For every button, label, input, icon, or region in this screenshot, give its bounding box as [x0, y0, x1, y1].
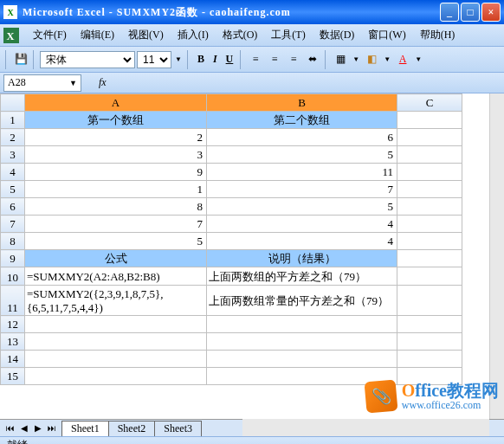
cell[interactable] — [397, 112, 462, 129]
close-button[interactable]: × — [481, 3, 501, 22]
menu-data[interactable]: 数据(D) — [313, 26, 362, 44]
align-right-icon[interactable]: ≡ — [285, 51, 302, 68]
align-left-icon[interactable]: ≡ — [247, 51, 264, 68]
italic-button[interactable]: I — [210, 51, 221, 68]
cell[interactable]: 1 — [25, 181, 207, 198]
tab-next-icon[interactable]: ▶ — [31, 423, 45, 433]
cell[interactable] — [397, 333, 462, 351]
cell[interactable]: 上面两数组常量的平方差之和（79） — [207, 286, 397, 316]
cell[interactable] — [397, 198, 462, 216]
cell[interactable]: 6 — [207, 129, 397, 146]
menu-window[interactable]: 窗口(W) — [361, 26, 412, 44]
cell[interactable] — [397, 146, 462, 164]
cell[interactable]: 3 — [25, 146, 207, 164]
row-header[interactable]: 3 — [1, 146, 25, 164]
cell[interactable]: =SUMXMY2(A2:A8,B2:B8) — [25, 267, 207, 286]
tab-last-icon[interactable]: ⏭ — [45, 423, 59, 433]
align-center-icon[interactable]: ≡ — [266, 51, 283, 68]
cell[interactable] — [397, 250, 462, 267]
menu-help[interactable]: 帮助(H) — [413, 26, 462, 44]
col-header-c[interactable]: C — [397, 94, 462, 112]
fx-button[interactable]: fx — [99, 76, 107, 89]
cell[interactable]: 4 — [207, 216, 397, 233]
font-name-select[interactable]: 宋体 — [40, 51, 135, 68]
fill-color-icon[interactable]: ◧ — [363, 51, 380, 68]
row-header[interactable]: 4 — [1, 164, 25, 181]
cell[interactable] — [25, 368, 207, 385]
cell[interactable]: 5 — [25, 233, 207, 250]
row-header[interactable]: 2 — [1, 129, 25, 146]
cell[interactable]: 7 — [207, 181, 397, 198]
sheet-tab-1[interactable]: Sheet1 — [61, 421, 109, 436]
cell[interactable] — [207, 333, 397, 351]
vertical-scrollbar[interactable] — [489, 93, 504, 419]
row-header[interactable]: 15 — [1, 368, 25, 385]
row-header[interactable]: 9 — [1, 250, 25, 267]
cell[interactable]: 11 — [207, 164, 397, 181]
cell[interactable]: 5 — [207, 198, 397, 216]
cell[interactable] — [397, 267, 462, 286]
name-box[interactable]: A28▼ — [3, 74, 81, 92]
save-icon[interactable]: 💾 — [12, 51, 29, 68]
menu-format[interactable]: 格式(O) — [216, 26, 265, 44]
row-header[interactable]: 6 — [1, 198, 25, 216]
menu-view[interactable]: 视图(V) — [121, 26, 171, 44]
row-header[interactable]: 8 — [1, 233, 25, 250]
cell[interactable] — [397, 181, 462, 198]
row-header[interactable]: 5 — [1, 181, 25, 198]
cell[interactable] — [397, 233, 462, 250]
menu-edit[interactable]: 编辑(E) — [74, 26, 121, 44]
spreadsheet-grid[interactable]: A B C 1第一个数组第二个数组 226 335 4911 517 685 7… — [0, 93, 462, 385]
maximize-button[interactable]: □ — [461, 3, 480, 22]
cell[interactable]: 公式 — [25, 250, 207, 267]
bold-button[interactable]: B — [194, 51, 208, 68]
row-header[interactable]: 12 — [1, 316, 25, 333]
col-header-b[interactable]: B — [207, 94, 397, 112]
menu-insert[interactable]: 插入(I) — [171, 26, 216, 44]
row-header[interactable]: 11 — [1, 286, 25, 316]
cell[interactable]: 说明（结果） — [207, 250, 397, 267]
cell[interactable]: 8 — [25, 198, 207, 216]
font-size-select[interactable]: 11 — [137, 51, 171, 68]
cell[interactable]: 9 — [25, 164, 207, 181]
cell[interactable]: 第二个数组 — [207, 112, 397, 129]
col-header-a[interactable]: A — [25, 94, 207, 112]
tab-first-icon[interactable]: ⏮ — [3, 423, 17, 433]
cell[interactable]: 5 — [207, 146, 397, 164]
select-all-corner[interactable] — [1, 94, 25, 112]
cell[interactable] — [397, 164, 462, 181]
cell[interactable] — [207, 316, 397, 333]
row-header[interactable]: 1 — [1, 112, 25, 129]
cell[interactable]: 上面两数组的平方差之和（79） — [207, 267, 397, 286]
row-header[interactable]: 13 — [1, 333, 25, 351]
minimize-button[interactable]: _ — [440, 3, 459, 22]
cell[interactable] — [397, 316, 462, 333]
underline-button[interactable]: U — [223, 51, 237, 68]
cell[interactable]: 4 — [207, 233, 397, 250]
horizontal-scrollbar[interactable] — [242, 419, 489, 436]
cell[interactable] — [397, 286, 462, 316]
borders-icon[interactable]: ▦ — [332, 51, 349, 68]
cell[interactable] — [397, 129, 462, 146]
font-color-icon[interactable]: A — [394, 51, 411, 68]
cell[interactable]: 7 — [25, 216, 207, 233]
cell[interactable]: 2 — [25, 129, 207, 146]
cell[interactable] — [397, 351, 462, 368]
cell[interactable] — [25, 351, 207, 368]
row-header[interactable]: 14 — [1, 351, 25, 368]
cell[interactable]: 第一个数组 — [25, 112, 207, 129]
cell[interactable] — [25, 333, 207, 351]
row-header[interactable]: 10 — [1, 267, 25, 286]
row-header[interactable]: 7 — [1, 216, 25, 233]
menu-tools[interactable]: 工具(T) — [264, 26, 312, 44]
tab-prev-icon[interactable]: ◀ — [17, 423, 31, 433]
sheet-tab-2[interactable]: Sheet2 — [108, 421, 156, 436]
formula-input[interactable] — [112, 74, 501, 92]
cell[interactable]: =SUMXMY2({2,3,9,1,8,7,5},{6,5,11,7,5,4,4… — [25, 286, 207, 316]
cell[interactable] — [397, 216, 462, 233]
menu-file[interactable]: 文件(F) — [26, 26, 74, 44]
cell[interactable] — [25, 316, 207, 333]
sheet-tab-3[interactable]: Sheet3 — [154, 421, 202, 436]
cell[interactable] — [207, 351, 397, 368]
merge-cells-icon[interactable]: ⬌ — [304, 51, 321, 68]
